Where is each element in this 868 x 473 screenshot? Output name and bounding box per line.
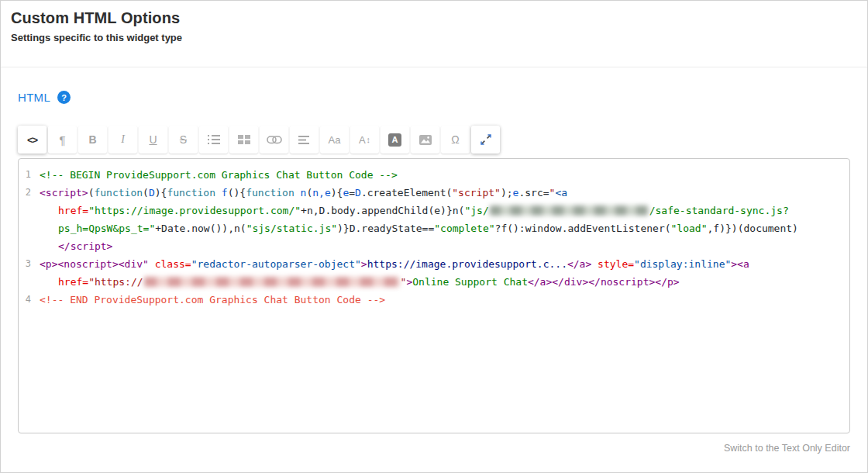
toolbar-italic-button[interactable]: I xyxy=(108,126,137,154)
code-text: <p><noscript><div" class="redactor-autop… xyxy=(40,255,749,273)
code-token: n,e xyxy=(312,187,330,199)
code-token: "load" xyxy=(671,223,708,234)
code-token: </script> xyxy=(58,240,112,252)
line-number xyxy=(19,273,31,291)
font-size-icon: A↕ xyxy=(359,134,370,146)
underline-icon: U xyxy=(149,133,157,146)
toolbar-image-button[interactable] xyxy=(411,126,439,154)
code-token: function xyxy=(167,187,215,199)
redacted-blur xyxy=(490,205,649,216)
code-token: ( xyxy=(143,187,149,199)
line-number: 2 xyxy=(19,184,31,202)
unordered-list-icon xyxy=(208,134,220,145)
code-token: )}D.readyState== xyxy=(337,223,434,234)
align-icon xyxy=(298,135,310,145)
custom-html-options-panel: Custom HTML Options Settings specific to… xyxy=(0,0,868,473)
code-token: <!-- BEGIN ProvideSupport.com Graphics C… xyxy=(40,169,398,181)
code-token xyxy=(591,258,598,270)
strikethrough-icon: S xyxy=(180,133,187,146)
line-number xyxy=(19,219,31,237)
code-token: +Date.now()),n( xyxy=(155,223,246,234)
code-token: style= xyxy=(598,258,634,270)
html-field-label: HTML xyxy=(18,91,50,104)
omega-icon: Ω xyxy=(451,133,459,146)
toolbar-strikethrough-button[interactable]: S xyxy=(169,126,198,154)
code-token: href= xyxy=(58,276,88,288)
font-case-icon: Aa xyxy=(329,134,341,146)
code-line: 3<p><noscript><div" class="redactor-auto… xyxy=(19,255,849,273)
code-token: .src= xyxy=(518,187,549,199)
line-number: 4 xyxy=(19,291,31,309)
code-token: ); xyxy=(501,187,513,199)
code-token: <p><noscript><div" xyxy=(40,258,149,270)
code-token: function xyxy=(94,187,143,199)
page-title: Custom HTML Options xyxy=(11,9,857,27)
code-token: function xyxy=(246,187,294,199)
code-token: +n,D.body.appendChild(e)}n( xyxy=(301,205,464,216)
help-icon[interactable]: ? xyxy=(57,91,71,104)
code-token: "script" xyxy=(452,187,501,199)
code-line: </script> xyxy=(19,237,849,255)
code-token: ){ xyxy=(155,187,167,199)
code-token: class= xyxy=(155,258,191,270)
code-token: https://image.providesupport.c... xyxy=(367,258,567,270)
toolbar-align-button[interactable] xyxy=(290,126,319,154)
expand-icon xyxy=(480,133,492,146)
code-content: 1<!-- BEGIN ProvideSupport.com Graphics … xyxy=(19,166,849,309)
highlight-icon: A xyxy=(388,133,401,147)
switch-editor-link[interactable]: Switch to the Text Only Editor xyxy=(724,443,850,454)
code-token xyxy=(215,187,222,199)
toolbar-expand-button[interactable] xyxy=(471,126,500,154)
toolbar-list-button[interactable] xyxy=(199,126,228,154)
code-token: .createElement( xyxy=(361,187,452,199)
editor-toolbar: <> ¶ B I U S xyxy=(18,126,850,154)
toolbar-fontsize-button[interactable]: A↕ xyxy=(350,126,379,154)
code-token: "complete" xyxy=(434,223,494,234)
panel-header: Custom HTML Options Settings specific to… xyxy=(1,1,867,67)
code-text: <!-- END ProvideSupport.com Graphics Cha… xyxy=(40,291,385,309)
toolbar-underline-button[interactable]: U xyxy=(139,126,167,154)
italic-icon: I xyxy=(121,133,125,146)
code-token: <a xyxy=(555,187,567,199)
code-token: ps_h=QpsW&ps_t=" xyxy=(58,223,155,234)
code-text: href="https://">Online Support Chat</a><… xyxy=(58,273,680,291)
paragraph-icon: ¶ xyxy=(59,133,65,147)
toolbar-paragraph-button[interactable]: ¶ xyxy=(48,126,77,154)
toolbar-bold-button[interactable]: B xyxy=(78,126,107,154)
blocks-grid-icon xyxy=(238,134,250,145)
toolbar-link-button[interactable] xyxy=(260,126,288,154)
bold-icon: B xyxy=(88,133,96,146)
toolbar-highlight-button[interactable]: A xyxy=(381,126,409,154)
redacted-blur xyxy=(144,277,400,287)
code-token: f xyxy=(222,187,228,199)
code-token: (){ xyxy=(228,187,246,199)
code-line: ps_h=QpsW&ps_t="+Date.now()),n("sjs/stat… xyxy=(19,219,849,237)
code-token: href= xyxy=(58,205,88,216)
code-line: 4<!-- END ProvideSupport.com Graphics Ch… xyxy=(19,291,849,309)
code-token xyxy=(294,187,301,199)
toolbar-specialchar-button[interactable]: Ω xyxy=(441,126,470,154)
toolbar-fontcase-button[interactable]: Aa xyxy=(320,126,349,154)
code-token: "https://image.providesupport.com/" xyxy=(88,205,301,216)
code-token: "js/ xyxy=(464,205,488,216)
code-token: Online Support Chat xyxy=(412,276,528,288)
line-number: 1 xyxy=(19,166,31,184)
code-token: </a></div></noscript></p> xyxy=(528,276,680,288)
code-token: D xyxy=(355,187,361,199)
line-number xyxy=(19,202,31,219)
code-text: <script>(function(D){function f(){functi… xyxy=(40,184,567,202)
code-icon: <> xyxy=(27,134,37,146)
code-token: ?f():window.addEventListener( xyxy=(495,223,671,234)
code-editor[interactable]: 1<!-- BEGIN ProvideSupport.com Graphics … xyxy=(18,158,850,433)
toolbar-code-view-button[interactable]: <> xyxy=(18,126,46,154)
html-field-header: HTML ? xyxy=(18,91,850,104)
line-number xyxy=(19,237,31,255)
code-token: <script> xyxy=(40,187,88,199)
toolbar-grid-button[interactable] xyxy=(229,126,258,154)
code-token xyxy=(149,258,155,270)
code-token: ){ xyxy=(331,187,343,199)
code-line: href="https://">Online Support Chat</a><… xyxy=(19,273,849,291)
code-text: <!-- BEGIN ProvideSupport.com Graphics C… xyxy=(40,166,398,184)
code-line: 1<!-- BEGIN ProvideSupport.com Graphics … xyxy=(19,166,849,184)
code-token: "https:// xyxy=(88,276,143,288)
